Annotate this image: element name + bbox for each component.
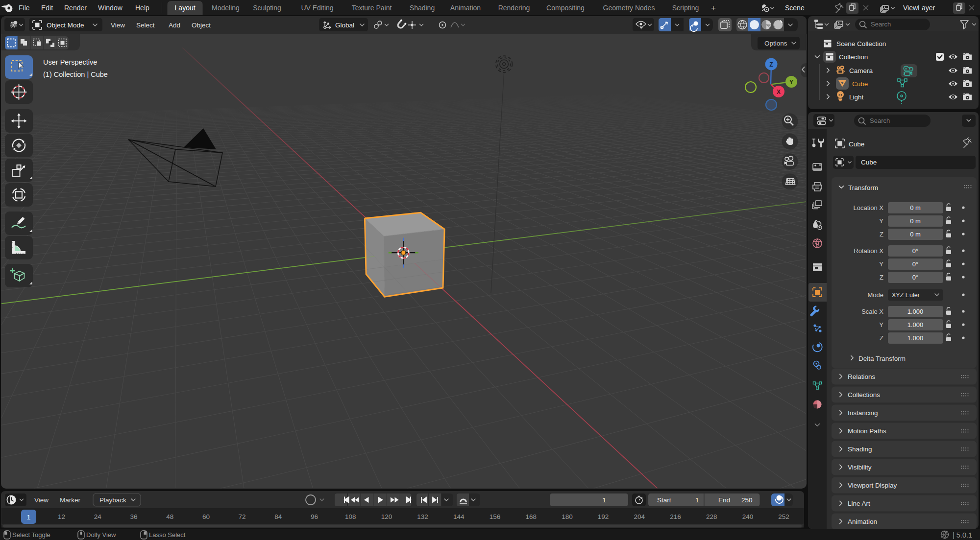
svg-text:Object Mode: Object Mode xyxy=(47,22,84,29)
svg-text:Z: Z xyxy=(880,274,883,281)
svg-text:228: 228 xyxy=(706,513,717,520)
svg-text:252: 252 xyxy=(778,513,789,520)
svg-text:Cube: Cube xyxy=(852,80,868,88)
svg-text:Animation: Animation xyxy=(450,4,481,12)
svg-text:Start: Start xyxy=(657,496,671,504)
svg-text:Window: Window xyxy=(98,4,123,12)
svg-text:XYZ Euler: XYZ Euler xyxy=(892,292,920,299)
svg-text:108: 108 xyxy=(345,513,356,520)
svg-text:Scene Collection: Scene Collection xyxy=(836,40,886,47)
svg-text:Location X: Location X xyxy=(854,204,884,211)
svg-text:Y: Y xyxy=(879,260,883,268)
svg-text:View: View xyxy=(111,22,125,29)
svg-text:Y: Y xyxy=(879,217,883,225)
svg-text:Camera: Camera xyxy=(849,67,873,74)
svg-text:Y: Y xyxy=(789,79,793,86)
svg-text:Transform: Transform xyxy=(848,184,878,191)
svg-text:0°: 0° xyxy=(912,274,918,281)
svg-text:Options: Options xyxy=(764,40,787,47)
svg-text:Z: Z xyxy=(769,61,773,68)
svg-text:Relations: Relations xyxy=(848,373,876,380)
svg-text:Y: Y xyxy=(879,321,883,329)
svg-text:Object: Object xyxy=(192,22,211,29)
svg-text:240: 240 xyxy=(742,513,754,520)
svg-text:Mode: Mode xyxy=(867,291,883,299)
svg-text:0°: 0° xyxy=(912,260,918,268)
svg-text:72: 72 xyxy=(239,513,246,520)
svg-text:User Perspective: User Perspective xyxy=(43,58,97,66)
svg-text:Scale X: Scale X xyxy=(861,308,883,315)
svg-text:Rotation X: Rotation X xyxy=(854,247,883,255)
svg-text:File: File xyxy=(19,4,30,12)
svg-text:84: 84 xyxy=(274,513,282,520)
svg-text:250: 250 xyxy=(741,496,753,504)
svg-text:Compositing: Compositing xyxy=(546,4,585,12)
svg-text:120: 120 xyxy=(381,513,392,520)
svg-text:180: 180 xyxy=(562,513,573,520)
svg-text:Dolly View: Dolly View xyxy=(86,531,116,539)
svg-text:0 m: 0 m xyxy=(910,231,921,238)
svg-text:ViewLayer: ViewLayer xyxy=(903,4,935,12)
svg-text:Visibility: Visibility xyxy=(848,464,872,471)
svg-text:View: View xyxy=(34,496,49,504)
svg-text:96: 96 xyxy=(311,513,318,520)
svg-text:Shading: Shading xyxy=(410,4,435,12)
svg-text:Sculpting: Sculpting xyxy=(253,4,281,12)
svg-text:60: 60 xyxy=(202,513,210,520)
svg-text:0°: 0° xyxy=(912,247,918,255)
svg-text:192: 192 xyxy=(598,513,609,520)
svg-text:Scene: Scene xyxy=(785,4,805,12)
svg-text:12: 12 xyxy=(58,513,65,520)
svg-text:24: 24 xyxy=(94,513,102,520)
svg-text:0 m: 0 m xyxy=(910,217,921,225)
svg-text:0 m: 0 m xyxy=(910,204,921,211)
svg-text:Z: Z xyxy=(880,231,883,238)
svg-text:End: End xyxy=(718,496,730,504)
svg-text:1.000: 1.000 xyxy=(907,308,924,315)
svg-text:1.000: 1.000 xyxy=(907,321,924,329)
svg-text:Z: Z xyxy=(880,334,883,342)
svg-text:Texture Paint: Texture Paint xyxy=(352,4,392,12)
svg-text:Cube: Cube xyxy=(849,141,864,148)
svg-text:Search: Search xyxy=(870,117,890,124)
svg-text:Collections: Collections xyxy=(848,391,880,399)
svg-text:Lasso Select: Lasso Select xyxy=(149,531,186,539)
svg-text:48: 48 xyxy=(166,513,173,520)
svg-text:Select Toggle: Select Toggle xyxy=(12,531,50,539)
svg-text:Light: Light xyxy=(849,94,864,101)
svg-text:Viewport Display: Viewport Display xyxy=(848,482,897,489)
svg-text:Geometry Nodes: Geometry Nodes xyxy=(603,4,655,12)
svg-text:168: 168 xyxy=(525,513,537,520)
svg-text:Scripting: Scripting xyxy=(672,4,699,12)
svg-text:UV Editing: UV Editing xyxy=(301,4,333,12)
svg-text:1.000: 1.000 xyxy=(907,334,924,342)
svg-text:Motion Paths: Motion Paths xyxy=(848,427,886,435)
svg-text:Layout: Layout xyxy=(175,4,196,12)
svg-text:Animation: Animation xyxy=(848,518,877,525)
svg-text:Playback: Playback xyxy=(99,496,126,504)
svg-text:Edit: Edit xyxy=(41,4,53,12)
svg-text:1: 1 xyxy=(602,496,606,504)
svg-text:Collection: Collection xyxy=(839,53,868,61)
svg-text:Shading: Shading xyxy=(848,446,872,453)
svg-text:| 5.0.1: | 5.0.1 xyxy=(953,531,972,539)
svg-text:Global: Global xyxy=(335,22,354,29)
svg-text:(1) Collection | Cube: (1) Collection | Cube xyxy=(43,70,108,78)
svg-text:204: 204 xyxy=(634,513,645,520)
svg-text:Cube: Cube xyxy=(861,159,877,166)
svg-text:Modeling: Modeling xyxy=(212,4,240,12)
svg-text:156: 156 xyxy=(490,513,501,520)
svg-text:1: 1 xyxy=(27,514,31,521)
svg-text:Marker: Marker xyxy=(60,496,81,504)
svg-text:Instancing: Instancing xyxy=(848,409,878,417)
svg-text:Add: Add xyxy=(169,22,180,29)
svg-text:Line Art: Line Art xyxy=(848,500,870,507)
svg-text:Help: Help xyxy=(135,4,149,12)
svg-text:X: X xyxy=(777,89,781,95)
svg-text:+: + xyxy=(711,3,716,13)
svg-text:Select: Select xyxy=(136,22,155,29)
svg-text:Render: Render xyxy=(64,4,87,12)
svg-text:Search: Search xyxy=(871,21,891,28)
svg-text:Rendering: Rendering xyxy=(498,4,530,12)
svg-text:1: 1 xyxy=(695,496,699,504)
